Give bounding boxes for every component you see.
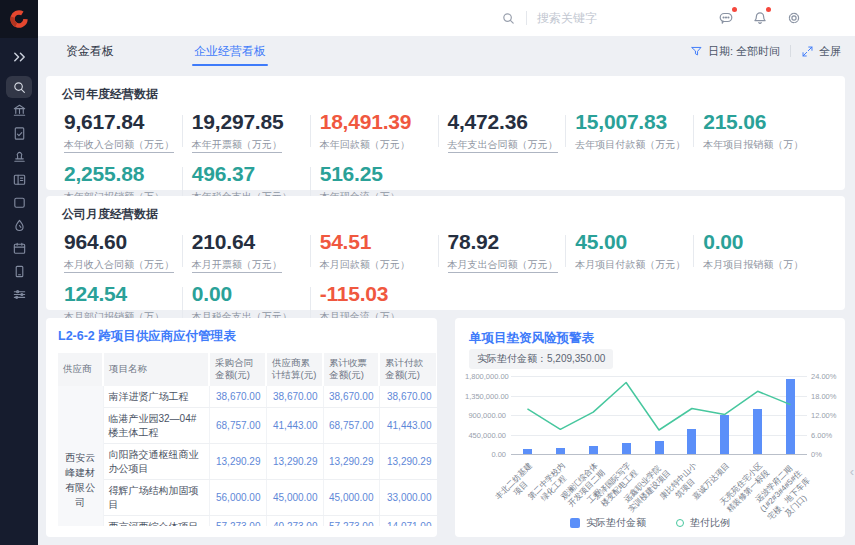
stat-label: 本月项目报销额（万） [703, 259, 803, 271]
fullscreen-icon [801, 45, 814, 58]
avatar[interactable] [819, 7, 841, 29]
stat-label: 去年项目付款额（万元） [575, 139, 685, 151]
stat: 78.92本月支出合同额（万元） [446, 230, 574, 273]
card-title: 公司月度经营数据 [62, 206, 829, 223]
supplier-table: 供应商项目名称采购合同金额(元)供应商累计结算(元)累计收票金额(元)累计付款金… [58, 353, 437, 526]
y-axis-tick-left: 0.00 [465, 450, 506, 459]
amount-cell[interactable]: 56,000.00 [209, 480, 266, 516]
y-axis-tick-right: 6.00% [811, 430, 832, 439]
date-filter-label: 日期: 全部时间 [708, 44, 780, 59]
amount-cell[interactable]: 13,290.29 [323, 444, 379, 480]
monthly-stats-grid: 964.60本月收入合同额（万元）210.64本月开票额（万元）54.51本月回… [62, 230, 829, 325]
amount-cell[interactable]: 41,443.00 [379, 408, 437, 444]
stat-label-link[interactable]: 本月支出合同额（万元） [448, 259, 558, 273]
amount-cell[interactable]: 45,000.00 [323, 480, 379, 516]
y-axis-tick-right: 24.00% [811, 372, 836, 381]
amount-cell[interactable]: 33,000.00 [379, 480, 437, 516]
sliders-icon[interactable] [6, 283, 32, 305]
stat-label-link[interactable]: 去年支出合同额（万元） [448, 139, 558, 153]
stat-label-link[interactable]: 本月收入合同额（万元） [64, 259, 174, 273]
chart-legend: 实际垫付金额垫付比例 [455, 516, 845, 530]
date-filter[interactable]: 日期: 全部时间 [690, 44, 780, 59]
sidebar [0, 0, 38, 545]
stat-value: 45.00 [575, 230, 701, 254]
stat: 45.00本月项目付款额（万元） [573, 230, 701, 273]
line-advance-ratio [511, 376, 807, 454]
amount-cell[interactable]: 38,670.00 [323, 386, 379, 408]
notification-dot [766, 7, 771, 12]
column-header: 累计收票金额(元) [323, 353, 379, 386]
stat-label-link[interactable]: 本年开票额（万元） [192, 139, 282, 153]
stat: 9,617.84本年收入合同额（万元） [62, 110, 190, 153]
amount-cell[interactable]: 38,670.00 [209, 386, 266, 408]
divider [790, 45, 791, 57]
project-name-cell: 南洋进贤广场工程 [103, 386, 209, 408]
divider [526, 11, 527, 25]
tab-enterprise-board[interactable]: 企业经营看板 [184, 36, 276, 66]
column-header: 累计付款金额(元) [379, 353, 437, 386]
amount-cell[interactable]: 14,071.00 [379, 516, 437, 526]
panel-collapse-icon[interactable]: ‹ [850, 464, 854, 479]
project-name-cell: 得辉广场结构加固项目 [103, 480, 209, 516]
annual-stats-grid: 9,617.84本年收入合同额（万元）19,297.85本年开票额（万元）18,… [62, 110, 829, 205]
column-header: 供应商累计结算(元) [266, 353, 323, 386]
amount-cell[interactable]: 41,443.00 [266, 408, 323, 444]
stat-value: 210.64 [192, 230, 318, 254]
amount-cell[interactable]: 13,290.29 [266, 444, 323, 480]
amount-cell[interactable]: 68,757.00 [209, 408, 266, 444]
seal-icon[interactable] [6, 145, 32, 167]
stat-label-link[interactable]: 本年收入合同额（万元） [64, 139, 174, 153]
calendar-icon[interactable] [6, 237, 32, 259]
project-name-cell: 西京河西综合体项目 [103, 516, 209, 526]
legend-label: 实际垫付金额 [586, 516, 646, 530]
stat-value: 516.25 [320, 162, 446, 186]
stat-value: 0.00 [192, 282, 318, 306]
folder-icon[interactable] [6, 191, 32, 213]
sidebar-expand-icon[interactable] [6, 46, 32, 68]
dashboard-icon[interactable] [6, 168, 32, 190]
y-axis-tick-left: 450,000.00 [465, 430, 506, 439]
project-name-cell: 向阳路交通枢纽商业办公项目 [103, 444, 209, 480]
drop-icon[interactable] [6, 214, 32, 236]
search-input[interactable]: 搜索关键字 [537, 10, 597, 27]
amount-cell[interactable]: 13,290.29 [379, 444, 437, 480]
column-header: 项目名称 [103, 353, 209, 386]
annual-data-card: 公司年度经营数据 9,617.84本年收入合同额（万元）19,297.85本年开… [46, 76, 845, 190]
chart-title: 单项目垫资风险预警表 [469, 330, 594, 347]
legend-item-line[interactable]: 垫付比例 [676, 516, 730, 530]
amount-cell[interactable]: 13,290.29 [209, 444, 266, 480]
stat-value: 54.51 [320, 230, 446, 254]
amount-cell[interactable]: 38,670.00 [266, 386, 323, 408]
stat: 54.51本月回款额（万元） [318, 230, 446, 273]
amount-cell[interactable]: 45,000.00 [266, 480, 323, 516]
messages-icon[interactable] [717, 9, 735, 27]
amount-cell[interactable]: 38,670.00 [379, 386, 437, 408]
amount-cell[interactable]: 68,757.00 [323, 408, 379, 444]
column-header: 采购合同金额(元) [209, 353, 266, 386]
y-axis-tick-right: 12.00% [811, 411, 836, 420]
tab-funds-board[interactable]: 资金看板 [56, 36, 124, 66]
amount-cell[interactable]: 57,273.00 [323, 516, 379, 526]
legend-item-bar[interactable]: 实际垫付金额 [570, 516, 646, 530]
amount-cell[interactable]: 57,273.00 [209, 516, 266, 526]
stat: 215.06本年项目报销额（万） [701, 110, 829, 153]
notifications-icon[interactable] [751, 9, 769, 27]
amount-cell[interactable]: 40,273.00 [266, 516, 323, 526]
stat-label: 本月项目付款额（万元） [575, 259, 685, 271]
bank-icon[interactable] [6, 99, 32, 121]
settings-icon[interactable] [785, 9, 803, 27]
table-row: 西京河西综合体项目57,273.0040,273.0057,273.0014,0… [58, 516, 437, 526]
global-search[interactable]: 搜索关键字 [501, 10, 597, 27]
stat-value: -115.03 [320, 282, 446, 306]
device-icon[interactable] [6, 260, 32, 282]
app-logo [0, 0, 38, 38]
stat-value: 0.00 [703, 230, 829, 254]
stat-label-link[interactable]: 本月开票额（万元） [192, 259, 282, 273]
actual-advance-badge: 实际垫付金额：5,209,350.00 [469, 349, 613, 369]
logo-c-icon [9, 9, 29, 29]
table-row: 向阳路交通枢纽商业办公项目13,290.2913,290.2913,290.29… [58, 444, 437, 480]
document-check-icon[interactable] [6, 122, 32, 144]
fullscreen-button[interactable]: 全屏 [801, 44, 841, 59]
top-bar: 搜索关键字 [38, 0, 855, 36]
search-icon[interactable] [6, 76, 32, 98]
